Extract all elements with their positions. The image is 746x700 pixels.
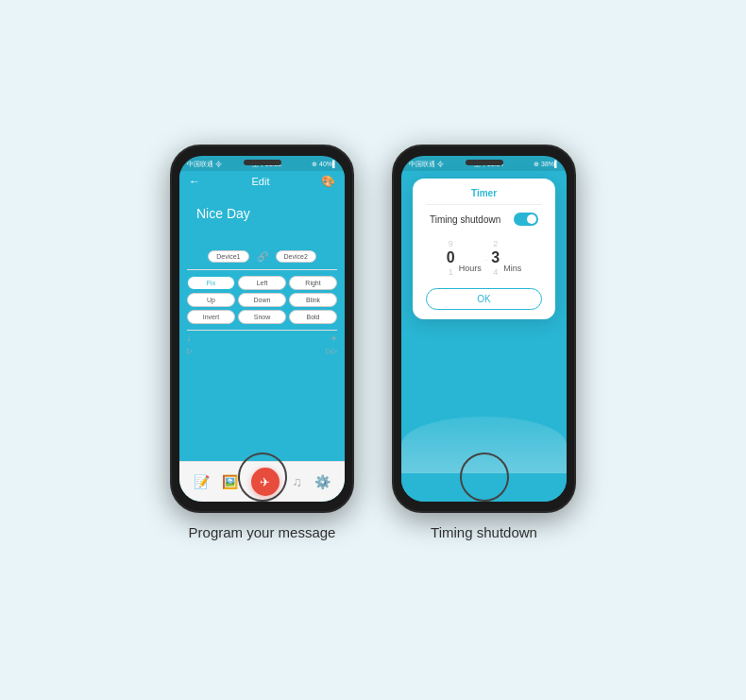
status-bar-edit: 中国联通 令 上午11:22 ⊕ 40%▌ <box>179 156 345 171</box>
nav-title-edit: Edit <box>252 176 270 187</box>
nav-bar-edit: ← Edit 🎨 <box>179 171 345 192</box>
bright-icon: ▷ <box>187 347 193 355</box>
text-area-box[interactable]: Nice Day <box>187 197 337 240</box>
timer-modal: Timer Timing shutdown 9 0 1 <box>413 179 555 319</box>
mins-col: 2 3 4 <box>491 239 500 277</box>
edit-phone-wrapper: 中国联通 令 上午11:22 ⊕ 40%▌ ← Edit 🎨 Nice Day … <box>170 145 354 540</box>
device1-btn[interactable]: Device1 <box>208 250 248 263</box>
text-icon[interactable]: 📝 <box>194 474 210 489</box>
anim-down[interactable]: Down <box>238 293 286 307</box>
timer-phone-wrapper: 中国联通 令 上午11:24 ⊕ 38%▌ Timer Timing shutd… <box>392 145 576 540</box>
timer-phone-label: Timing shutdown <box>431 524 537 540</box>
mins-above: 2 <box>493 239 498 248</box>
time-picker: 9 0 1 Hours . 2 3 4 <box>426 235 542 281</box>
speed-icon: ♩ <box>187 334 191 343</box>
phones-container: 中国联通 令 上午11:22 ⊕ 40%▌ ← Edit 🎨 Nice Day … <box>170 145 576 540</box>
palette-icon[interactable]: 🎨 <box>321 175 335 188</box>
wave-background <box>401 417 567 473</box>
speed-end-icon: ☀ <box>331 334 337 343</box>
status-right-timer: ⊕ 38%▌ <box>534 161 559 168</box>
divider-1 <box>187 269 337 270</box>
anim-up[interactable]: Up <box>187 293 235 307</box>
anim-blink[interactable]: Blink <box>289 293 337 307</box>
anim-left[interactable]: Left <box>238 276 286 290</box>
ok-button[interactable]: OK <box>426 288 542 310</box>
status-right-edit: ⊕ 40%▌ <box>312 161 337 168</box>
send-icon: ✈ <box>260 475 270 489</box>
edit-phone-label: Program your message <box>189 524 336 540</box>
anim-right[interactable]: Right <box>289 276 337 290</box>
anim-snow[interactable]: Snow <box>238 310 286 324</box>
timing-toggle[interactable] <box>514 213 538 226</box>
slider-speed[interactable]: ♩ ☀ <box>179 333 345 345</box>
timing-label: Timing shutdown <box>430 214 500 225</box>
status-center-timer: 上午11:24 <box>474 160 504 169</box>
timer-modal-title: Timer <box>426 188 542 205</box>
text-area-text: Nice Day <box>196 206 250 221</box>
timer-screen-body: Timer Timing shutdown 9 0 1 <box>401 171 567 502</box>
status-center-edit: 上午11:22 <box>252 160 282 169</box>
device-row: Device1 🔗 Device2 <box>179 246 345 267</box>
bottom-bar: 📝 🖼️ ✈ ♫ ⚙️ <box>179 461 345 502</box>
edit-screen: 中国联通 令 上午11:22 ⊕ 40%▌ ← Edit 🎨 Nice Day … <box>179 156 345 502</box>
status-left-timer: 中国联通 令 <box>409 160 444 169</box>
timing-row: Timing shutdown <box>426 213 542 226</box>
hours-unit: Hours <box>459 264 482 277</box>
hours-col: 9 0 1 <box>447 239 455 277</box>
bright-end-icon: ▷▷ <box>326 347 337 355</box>
animation-grid: Fix Left Right Up Down Blink Invert Snow… <box>179 272 345 328</box>
bright-slider[interactable] <box>196 350 322 352</box>
mins-below: 4 <box>493 267 498 277</box>
edit-phone: 中国联通 令 上午11:22 ⊕ 40%▌ ← Edit 🎨 Nice Day … <box>170 145 354 513</box>
anim-bold[interactable]: Bold <box>289 310 337 324</box>
hours-above: 9 <box>449 239 453 248</box>
status-bar-timer: 中国联通 令 上午11:24 ⊕ 38%▌ <box>401 156 567 171</box>
divider-2 <box>187 330 337 331</box>
anim-invert[interactable]: Invert <box>187 310 235 324</box>
music-icon[interactable]: ♫ <box>292 474 302 489</box>
link-icon: 🔗 <box>257 251 268 262</box>
status-left-edit: 中国联通 令 <box>187 160 222 169</box>
hours-current: 0 <box>447 249 455 266</box>
hours-below: 1 <box>449 267 453 277</box>
speed-slider[interactable] <box>195 337 327 340</box>
send-button[interactable]: ✈ <box>251 468 280 496</box>
mins-current: 3 <box>491 249 500 266</box>
timer-phone: 中国联通 令 上午11:24 ⊕ 38%▌ Timer Timing shutd… <box>392 145 576 513</box>
slider-brightness[interactable]: ▷ ▷▷ <box>179 345 345 357</box>
device2-btn[interactable]: Device2 <box>276 250 316 263</box>
back-icon[interactable]: ← <box>189 175 200 188</box>
timer-screen: 中国联通 令 上午11:24 ⊕ 38%▌ Timer Timing shutd… <box>401 156 567 502</box>
anim-fix[interactable]: Fix <box>187 276 235 290</box>
settings-icon[interactable]: ⚙️ <box>314 474 331 489</box>
image-icon[interactable]: 🖼️ <box>222 474 238 489</box>
mins-unit: Mins <box>503 264 521 277</box>
time-separator: . <box>485 253 488 263</box>
